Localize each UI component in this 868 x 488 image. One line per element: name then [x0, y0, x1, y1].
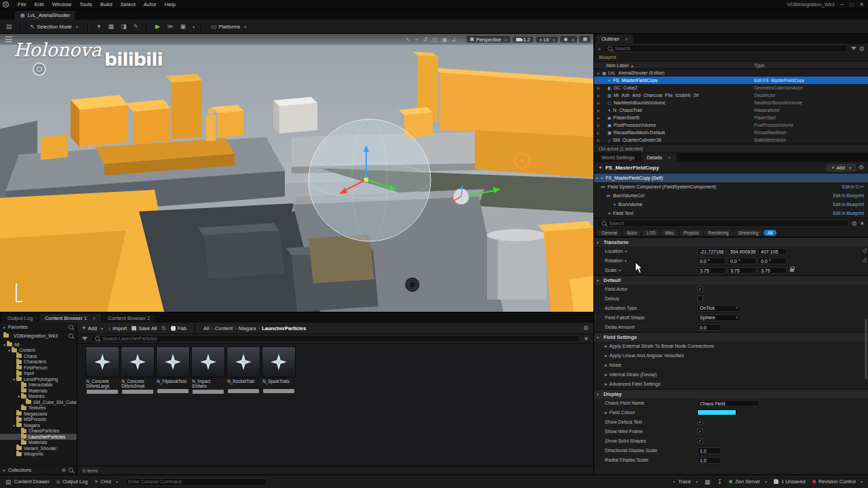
outliner-row[interactable]: ✦ N_ChaosTrail NiagaraActor — [594, 106, 868, 114]
folder-tree-row[interactable]: LevelPrototyping — [0, 376, 77, 382]
folder-tree-row[interactable]: Materials — [0, 440, 77, 446]
expand-arrow-icon[interactable] — [3, 468, 5, 472]
save-search-icon[interactable] — [584, 336, 589, 342]
unreal-logo-icon[interactable]: U — [3, 1, 9, 7]
asset-tile[interactable]: N_SparkTrails — [262, 346, 296, 393]
expand-arrow-icon[interactable] — [596, 176, 598, 180]
close-button[interactable] — [859, 1, 864, 7]
property-checkbox[interactable] — [697, 286, 703, 292]
expand-arrow-icon[interactable] — [13, 377, 15, 382]
import-button[interactable]: Import — [108, 325, 127, 331]
expand-arrow-icon[interactable] — [3, 325, 5, 329]
expand-arrow-icon[interactable] — [8, 348, 10, 352]
save-all-button[interactable]: Save All — [132, 325, 157, 331]
scale-label[interactable]: Scale — [594, 268, 697, 272]
add-collection-icon[interactable] — [62, 467, 66, 473]
details-view-options-icon[interactable] — [852, 220, 857, 227]
content-drawer-button[interactable]: Content Drawer — [5, 479, 50, 485]
property-field[interactable]: 1.0 — [697, 457, 722, 464]
scale-lock-icon[interactable] — [790, 268, 794, 272]
perspective-dropdown[interactable]: Perspective — [467, 36, 511, 43]
console-command-input[interactable] — [125, 478, 267, 486]
visibility-toggle-icon[interactable] — [594, 130, 602, 135]
property-field[interactable]: 0.0 — [697, 324, 722, 331]
reset-rotation-icon[interactable] — [862, 258, 867, 264]
cinematics-icon[interactable]: ✎ — [132, 23, 141, 30]
component-edit-link[interactable]: Edit in Blueprint — [833, 202, 864, 207]
section-header-transform[interactable]: Transform — [594, 237, 868, 247]
filter-icon[interactable] — [851, 47, 856, 50]
details-filter-tab[interactable]: Streaming — [734, 230, 762, 236]
component-edit-link[interactable]: Edit in Blueprint — [833, 193, 864, 198]
rotation-z-field[interactable]: 0.0 ° — [758, 258, 787, 264]
visibility-filter-icon[interactable] — [597, 45, 601, 52]
search-icon[interactable] — [68, 333, 73, 338]
property-dropdown[interactable]: Sphere — [697, 314, 741, 321]
play-button[interactable] — [153, 23, 162, 30]
details-filter-tab[interactable]: General — [597, 230, 621, 236]
breadcrumb-item[interactable]: All — [203, 325, 213, 331]
scale-tool-icon[interactable]: ◱ — [432, 37, 437, 43]
menu-item[interactable]: Tools — [75, 0, 96, 9]
folder-tree-row[interactable]: Content — [0, 348, 77, 354]
visibility-toggle-icon[interactable] — [594, 85, 602, 90]
visibility-toggle-icon[interactable] — [594, 70, 602, 75]
bottom-tab[interactable]: Content Browser 2 — [102, 314, 155, 323]
trace-dropdown[interactable]: Trace — [672, 479, 698, 485]
viewport-transform-tools[interactable]: ↖ + ↺ ◱ ▦ ∠ — [406, 37, 456, 43]
component-edit-link[interactable]: Edit in C++ — [842, 184, 864, 189]
details-filter-tab[interactable]: Actor — [623, 230, 641, 236]
outliner-row[interactable]: ▨ MI_Ash_And_Charcoal_Pile_tciobhh_2K De… — [594, 92, 868, 99]
brush-icon[interactable]: ◨ — [119, 23, 129, 30]
asset-tile[interactable]: N_FlipbookTest — [156, 346, 190, 393]
rotation-label[interactable]: Rotation — [594, 258, 697, 263]
details-scrollbar[interactable] — [865, 319, 867, 380]
details-filter-tab[interactable]: LOD — [642, 230, 659, 236]
property-dropdown[interactable]: OnTick — [697, 305, 741, 312]
reset-location-icon[interactable] — [862, 248, 867, 254]
output-log-button[interactable]: Output Log — [56, 479, 87, 485]
filter-icon[interactable] — [82, 337, 87, 340]
grid-snap-icon[interactable]: ▦ — [442, 37, 448, 43]
location-label[interactable]: Location — [594, 249, 697, 253]
details-filter-tab[interactable]: All — [764, 230, 776, 236]
folder-tree-row[interactable]: Chaos — [0, 353, 77, 359]
component-row[interactable]: FS_MasterFieldCopy (Self) — [594, 174, 868, 182]
landscape-icon[interactable]: ▦ — [106, 23, 116, 30]
folder-tree-row[interactable]: ChaosParticles — [0, 428, 77, 434]
component-edit-link[interactable]: Edit in Blueprint — [833, 211, 864, 216]
folder-tree-row[interactable]: FirstPerson — [0, 365, 77, 371]
menu-item[interactable]: Select — [117, 0, 140, 9]
tab-world-settings[interactable]: World Settings — [596, 153, 640, 162]
fab-button[interactable]: Fab — [171, 325, 186, 331]
angle-snap-icon[interactable]: ∠ — [452, 37, 456, 43]
zen-server-dropdown[interactable]: Zen Server — [729, 479, 767, 485]
details-filter-tab[interactable]: Physics — [679, 230, 703, 236]
bottom-tab[interactable]: Output Log — [2, 314, 38, 323]
play-options-caret[interactable] — [191, 24, 195, 30]
folder-tree-row[interactable]: SM_Cube_SM_Cube — [0, 399, 77, 405]
bottom-tab[interactable]: Content Browser 1 — [39, 314, 101, 323]
outliner-row[interactable]: ◧ GC_Cube2 GeometryCollectionActor — [594, 84, 868, 92]
folder-tree-row[interactable]: Weapons — [0, 451, 77, 458]
breadcrumb-item[interactable]: Niagara — [239, 325, 260, 331]
selection-mode-dropdown[interactable]: Selection Mode — [27, 22, 81, 31]
outliner-row[interactable]: ▩ RecastNavMesh-Default RecastNavMesh — [594, 129, 868, 136]
content-search-input[interactable] — [102, 336, 576, 342]
close-icon[interactable] — [621, 36, 628, 42]
viewport-menu-icon[interactable] — [5, 37, 12, 42]
property-checkbox[interactable] — [697, 438, 703, 444]
scale-y-field[interactable]: 3.75 — [728, 267, 756, 274]
outliner-search[interactable] — [604, 45, 848, 52]
lit-mode-dropdown[interactable]: Lit — [536, 37, 559, 43]
rotate-tool-icon[interactable]: ↺ — [423, 37, 428, 43]
outliner-search-input[interactable] — [615, 45, 844, 52]
details-search-input[interactable] — [609, 220, 845, 226]
property-field[interactable]: 1.0 — [697, 447, 722, 454]
component-row[interactable]: Field Text Edit in Blueprint — [594, 209, 868, 218]
asset-tile[interactable]: N_Impact Embers — [191, 346, 225, 394]
tab-details[interactable]: Details — [642, 153, 677, 162]
expand-arrow-icon[interactable] — [18, 394, 20, 399]
folder-tree-row[interactable]: Interactable — [0, 382, 77, 388]
section-header-display[interactable]: Display — [594, 389, 868, 399]
